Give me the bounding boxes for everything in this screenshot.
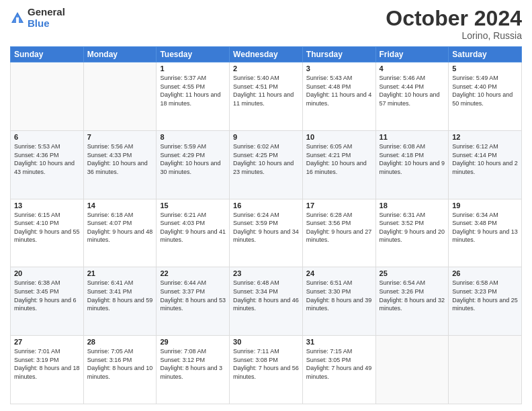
day-info: Sunrise: 6:24 AMSunset: 3:59 PMDaylight:… [233, 211, 299, 244]
day-number: 18 [380, 201, 445, 210]
table-row: 26Sunrise: 6:58 AMSunset: 3:23 PMDayligh… [449, 267, 522, 336]
table-row [11, 62, 84, 131]
day-number: 23 [233, 269, 299, 277]
table-row: 9Sunrise: 6:02 AMSunset: 4:25 PMDaylight… [230, 130, 303, 199]
table-row: 7Sunrise: 5:56 AMSunset: 4:33 PMDaylight… [83, 130, 157, 199]
day-info: Sunrise: 6:48 AMSunset: 3:34 PMDaylight:… [233, 279, 299, 312]
col-tuesday: Tuesday [157, 47, 230, 62]
day-info: Sunrise: 7:05 AMSunset: 3:16 PMDaylight:… [87, 347, 153, 381]
day-info: Sunrise: 6:58 AMSunset: 3:23 PMDaylight:… [452, 279, 518, 312]
day-number: 14 [87, 201, 153, 210]
logo-general-label: General [28, 7, 65, 18]
day-info: Sunrise: 6:44 AMSunset: 3:37 PMDaylight:… [160, 279, 226, 312]
table-row: 19Sunrise: 6:34 AMSunset: 3:48 PMDayligh… [449, 199, 522, 267]
table-row: 23Sunrise: 6:48 AMSunset: 3:34 PMDayligh… [230, 267, 303, 336]
table-row: 29Sunrise: 7:08 AMSunset: 3:12 PMDayligh… [157, 336, 230, 404]
day-info: Sunrise: 6:41 AMSunset: 3:41 PMDaylight:… [87, 279, 153, 312]
table-row [83, 62, 157, 131]
calendar-week-1: 1Sunrise: 5:37 AMSunset: 4:55 PMDaylight… [11, 62, 522, 131]
day-number: 29 [160, 338, 226, 346]
day-number: 8 [160, 133, 226, 141]
table-row: 2Sunrise: 5:40 AMSunset: 4:51 PMDaylight… [230, 62, 303, 131]
day-info: Sunrise: 5:37 AMSunset: 4:55 PMDaylight:… [160, 74, 226, 107]
calendar-week-5: 27Sunrise: 7:01 AMSunset: 3:19 PMDayligh… [11, 336, 522, 404]
day-info: Sunrise: 6:18 AMSunset: 4:07 PMDaylight:… [87, 211, 153, 244]
table-row: 21Sunrise: 6:41 AMSunset: 3:41 PMDayligh… [83, 267, 157, 336]
table-row: 3Sunrise: 5:43 AMSunset: 4:48 PMDaylight… [302, 62, 375, 131]
day-number: 17 [306, 201, 372, 210]
day-info: Sunrise: 6:28 AMSunset: 3:56 PMDaylight:… [306, 211, 372, 244]
day-number: 22 [160, 269, 226, 277]
day-info: Sunrise: 6:02 AMSunset: 4:25 PMDaylight:… [233, 142, 299, 176]
day-number: 2 [233, 64, 299, 73]
day-info: Sunrise: 6:08 AMSunset: 4:18 PMDaylight:… [380, 142, 445, 176]
day-number: 20 [14, 269, 80, 277]
day-number: 9 [233, 133, 299, 141]
col-saturday: Saturday [449, 47, 522, 62]
table-row: 8Sunrise: 5:59 AMSunset: 4:29 PMDaylight… [157, 130, 230, 199]
day-number: 7 [87, 133, 153, 141]
table-row [375, 336, 449, 404]
table-row: 13Sunrise: 6:15 AMSunset: 4:10 PMDayligh… [11, 199, 84, 267]
day-info: Sunrise: 6:51 AMSunset: 3:30 PMDaylight:… [306, 279, 372, 312]
title-block: October 2024 Lorino, Russia [386, 7, 522, 41]
calendar-week-4: 20Sunrise: 6:38 AMSunset: 3:45 PMDayligh… [11, 267, 522, 336]
table-row: 16Sunrise: 6:24 AMSunset: 3:59 PMDayligh… [230, 199, 303, 267]
day-info: Sunrise: 7:11 AMSunset: 3:08 PMDaylight:… [233, 347, 299, 381]
day-number: 25 [380, 269, 445, 277]
day-info: Sunrise: 5:49 AMSunset: 4:40 PMDaylight:… [452, 74, 518, 107]
table-row: 1Sunrise: 5:37 AMSunset: 4:55 PMDaylight… [157, 62, 230, 131]
table-row: 22Sunrise: 6:44 AMSunset: 3:37 PMDayligh… [157, 267, 230, 336]
table-row: 4Sunrise: 5:46 AMSunset: 4:44 PMDaylight… [375, 62, 449, 131]
calendar-header-row: Sunday Monday Tuesday Wednesday Thursday… [11, 47, 522, 62]
day-info: Sunrise: 5:56 AMSunset: 4:33 PMDaylight:… [87, 142, 153, 176]
table-row: 28Sunrise: 7:05 AMSunset: 3:16 PMDayligh… [83, 336, 157, 404]
table-row [449, 336, 522, 404]
table-row: 11Sunrise: 6:08 AMSunset: 4:18 PMDayligh… [375, 130, 449, 199]
day-number: 31 [306, 338, 372, 346]
day-number: 15 [160, 201, 226, 210]
table-row: 27Sunrise: 7:01 AMSunset: 3:19 PMDayligh… [11, 336, 84, 404]
day-number: 26 [452, 269, 518, 277]
header: General Blue October 2024 Lorino, Russia [10, 7, 522, 41]
table-row: 6Sunrise: 5:53 AMSunset: 4:36 PMDaylight… [11, 130, 84, 199]
day-number: 6 [14, 133, 80, 141]
day-number: 11 [380, 133, 445, 141]
day-info: Sunrise: 5:59 AMSunset: 4:29 PMDaylight:… [160, 142, 226, 176]
day-number: 28 [87, 338, 153, 346]
day-info: Sunrise: 6:12 AMSunset: 4:14 PMDaylight:… [452, 142, 518, 176]
day-info: Sunrise: 6:54 AMSunset: 3:26 PMDaylight:… [380, 279, 445, 312]
day-number: 13 [14, 201, 80, 210]
day-number: 1 [160, 64, 226, 73]
table-row: 20Sunrise: 6:38 AMSunset: 3:45 PMDayligh… [11, 267, 84, 336]
day-number: 10 [306, 133, 372, 141]
day-info: Sunrise: 7:01 AMSunset: 3:19 PMDaylight:… [14, 347, 80, 381]
day-number: 12 [452, 133, 518, 141]
day-number: 3 [306, 64, 372, 73]
day-number: 19 [452, 201, 518, 210]
day-info: Sunrise: 5:43 AMSunset: 4:48 PMDaylight:… [306, 74, 372, 107]
day-number: 24 [306, 269, 372, 277]
day-info: Sunrise: 6:05 AMSunset: 4:21 PMDaylight:… [306, 142, 372, 176]
day-info: Sunrise: 6:34 AMSunset: 3:48 PMDaylight:… [452, 211, 518, 244]
table-row: 25Sunrise: 6:54 AMSunset: 3:26 PMDayligh… [375, 267, 449, 336]
day-number: 27 [14, 338, 80, 346]
table-row: 31Sunrise: 7:15 AMSunset: 3:05 PMDayligh… [302, 336, 375, 404]
table-row: 24Sunrise: 6:51 AMSunset: 3:30 PMDayligh… [302, 267, 375, 336]
day-number: 4 [380, 64, 445, 73]
day-number: 30 [233, 338, 299, 346]
table-row: 12Sunrise: 6:12 AMSunset: 4:14 PMDayligh… [449, 130, 522, 199]
day-number: 5 [452, 64, 518, 73]
calendar-week-2: 6Sunrise: 5:53 AMSunset: 4:36 PMDaylight… [11, 130, 522, 199]
month-title: October 2024 [386, 7, 522, 30]
day-info: Sunrise: 6:15 AMSunset: 4:10 PMDaylight:… [14, 211, 80, 244]
logo-blue-label: Blue [28, 18, 65, 30]
location: Lorino, Russia [386, 30, 522, 41]
logo-text: General Blue [28, 7, 65, 29]
col-thursday: Thursday [302, 47, 375, 62]
col-wednesday: Wednesday [230, 47, 303, 62]
page: General Blue October 2024 Lorino, Russia… [0, 0, 532, 411]
day-info: Sunrise: 6:21 AMSunset: 4:03 PMDaylight:… [160, 211, 226, 244]
calendar-week-3: 13Sunrise: 6:15 AMSunset: 4:10 PMDayligh… [11, 199, 522, 267]
day-number: 16 [233, 201, 299, 210]
